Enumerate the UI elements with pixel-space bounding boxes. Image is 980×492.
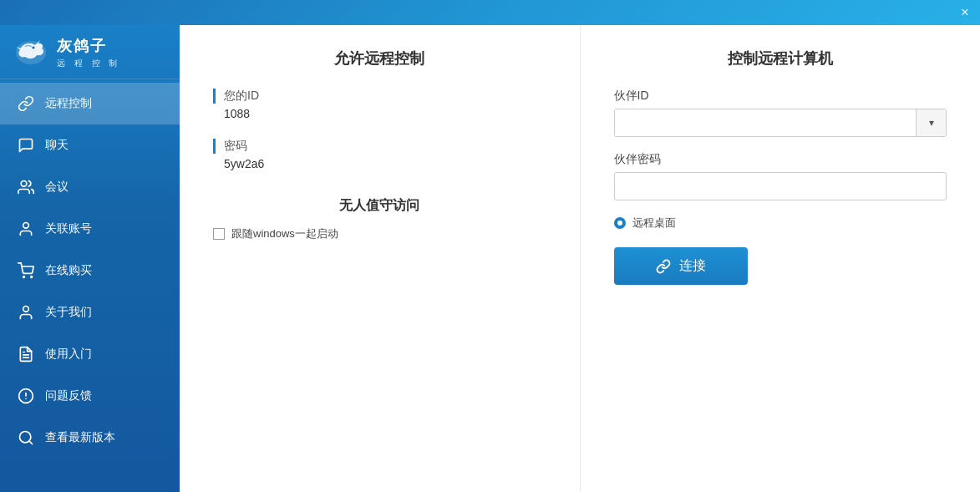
password-label: 密码: [213, 139, 546, 154]
partner-id-input-wrapper: ▾: [614, 109, 947, 137]
svg-point-5: [31, 276, 33, 278]
sidebar-item-about-us[interactable]: 关于我们: [0, 292, 180, 333]
meeting-icon: [17, 178, 35, 196]
remote-icon: [17, 94, 35, 113]
sidebar-label-meeting: 会议: [45, 180, 69, 195]
allow-remote-title: 允许远程控制: [213, 48, 546, 68]
sidebar-label-about-us: 关于我们: [45, 305, 92, 320]
sidebar-item-feedback[interactable]: 问题反馈: [0, 375, 180, 417]
title-bar: ×: [0, 0, 980, 25]
connect-button[interactable]: 连接: [614, 247, 748, 285]
guide-icon: [17, 345, 35, 363]
chat-icon: [17, 136, 35, 155]
sidebar-label-chat: 聊天: [45, 138, 69, 153]
logo-icon: [13, 35, 48, 70]
sidebar-item-remote-control[interactable]: 远程控制: [0, 83, 180, 124]
password-block: 密码 5yw2a6: [213, 139, 546, 170]
sidebar-label-feedback: 问题反馈: [45, 388, 92, 403]
sidebar-item-guide[interactable]: 使用入门: [0, 333, 180, 375]
sidebar-label-online-shop: 在线购买: [45, 263, 92, 278]
svg-point-6: [23, 307, 29, 312]
startup-checkbox-row[interactable]: 跟随windows一起启动: [213, 226, 546, 241]
sidebar: 灰鸽子 远 程 控 制 远程控制 聊天: [0, 25, 180, 492]
partner-id-input[interactable]: [615, 109, 917, 136]
sidebar-item-meeting[interactable]: 会议: [0, 166, 180, 208]
sidebar-label-remote-control: 远程控制: [45, 96, 92, 111]
your-id-label: 您的ID: [213, 89, 546, 104]
connect-button-label: 连接: [679, 257, 706, 275]
your-id-block: 您的ID 1088: [213, 89, 546, 120]
content-area: 允许远程控制 您的ID 1088 密码 5yw2a6 无人值守访问 跟随wind…: [180, 25, 980, 492]
your-id-value: 1088: [213, 107, 546, 120]
about-icon: [17, 303, 35, 322]
remote-desktop-radio-row[interactable]: 远程桌面: [614, 216, 947, 231]
remote-desktop-label: 远程桌面: [632, 216, 676, 231]
left-panel: 允许远程控制 您的ID 1088 密码 5yw2a6 无人值守访问 跟随wind…: [180, 25, 581, 492]
logo-title: 灰鸽子: [57, 36, 120, 56]
shop-icon: [17, 261, 35, 280]
sidebar-item-check-update[interactable]: 查看最新版本: [0, 417, 180, 459]
password-value: 5yw2a6: [213, 157, 546, 170]
sidebar-label-linked-account: 关联账号: [45, 221, 92, 236]
close-button[interactable]: ×: [957, 4, 973, 21]
partner-pwd-group: 伙伴密码: [614, 152, 947, 200]
remote-desktop-radio[interactable]: [614, 217, 626, 229]
account-icon: [17, 220, 35, 238]
partner-pwd-label: 伙伴密码: [614, 152, 947, 167]
sidebar-label-guide: 使用入门: [45, 347, 92, 362]
control-remote-title: 控制远程计算机: [614, 48, 947, 68]
partner-id-label: 伙伴ID: [614, 89, 947, 104]
unattended-section: 无人值守访问 跟随windows一起启动: [213, 197, 546, 241]
chevron-down-icon: ▾: [929, 117, 934, 129]
partner-pwd-input[interactable]: [614, 172, 947, 200]
startup-checkbox-label: 跟随windows一起启动: [231, 226, 338, 241]
app-body: 灰鸽子 远 程 控 制 远程控制 聊天: [0, 25, 980, 492]
logo-text-area: 灰鸽子 远 程 控 制: [57, 36, 120, 69]
logo-subtitle: 远 程 控 制: [57, 58, 120, 69]
sidebar-item-linked-account[interactable]: 关联账号: [0, 208, 180, 250]
connect-link-icon: [656, 259, 671, 274]
sidebar-logo: 灰鸽子 远 程 控 制: [0, 25, 180, 79]
partner-id-group: 伙伴ID ▾: [614, 89, 947, 137]
startup-checkbox[interactable]: [213, 228, 225, 240]
svg-point-1: [33, 47, 35, 49]
unattended-title: 无人值守访问: [213, 197, 546, 215]
svg-point-3: [23, 223, 29, 229]
sidebar-label-check-update: 查看最新版本: [45, 430, 115, 445]
update-icon: [17, 429, 35, 447]
feedback-icon: [17, 387, 35, 405]
svg-point-2: [21, 181, 27, 187]
sidebar-nav: 远程控制 聊天 会议 关联账号: [0, 79, 180, 492]
svg-line-13: [29, 441, 33, 444]
sidebar-item-chat[interactable]: 聊天: [0, 124, 180, 166]
sidebar-item-online-shop[interactable]: 在线购买: [0, 250, 180, 292]
right-panel: 控制远程计算机 伙伴ID ▾ 伙伴密码 远程桌面: [581, 25, 981, 492]
svg-point-4: [23, 276, 25, 278]
partner-id-dropdown-button[interactable]: ▾: [916, 109, 946, 136]
